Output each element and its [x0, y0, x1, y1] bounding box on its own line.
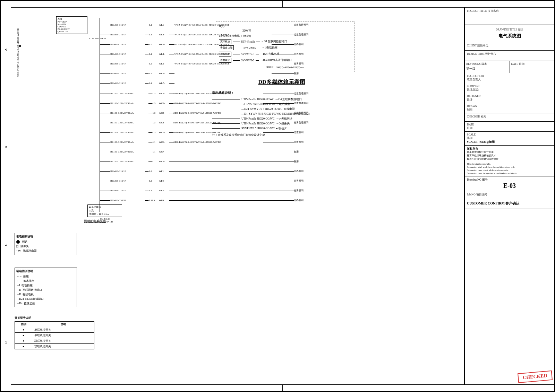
id-wl6: -L3	[148, 72, 159, 75]
acl-params: Pn=43kW Kx=0.85 COS=0.9 Pd=22.01kW Qd=40…	[58, 20, 86, 33]
dd-box: D(E) —220V?? 1定型机连接电缆(：0.657r) 宽带模块 UTP.…	[216, 21, 355, 72]
module-wire-phone: RVS-2X0.5	[244, 46, 256, 50]
job-no-section: Job NO 项目编号	[465, 191, 554, 198]
drawn-section: DRAWN 制图	[465, 103, 554, 113]
id-wl3: -L3	[148, 43, 159, 46]
breaker-wf3: BLM63-C16/1P	[110, 189, 145, 192]
weak-item-7: →D4摄像监控	[16, 302, 75, 305]
revisions-section: REVISIONS 版本 第一版 DATE 日期	[465, 61, 554, 73]
switch-legend: 开关型号说明 图例 说明 ● 单联单控	[15, 316, 94, 349]
project-title-section: PROJECT TITLE 项目名称	[465, 8, 554, 25]
table-row: ● 单联双控开关	[15, 333, 94, 338]
breaker-wc7: BL150-C20A/2P/30mA	[110, 150, 148, 153]
date-col: DATE 日期	[510, 61, 555, 73]
legend-wifi: ~W 无线路由器	[16, 249, 75, 253]
table-header-desc: 说明	[32, 322, 94, 327]
designer-section: DESIGNER 设计	[465, 93, 554, 103]
acl-box: AC1 Pn=43kW Kx=0.85 COS=0.9 Pd=22.01kW Q…	[56, 16, 87, 34]
top-border	[11, 1, 554, 8]
job-no-label: Job NO 项目编号	[467, 193, 552, 197]
main-area: NDC-BV(2T)-0.45/0.75kV-3x2.5-JDG20-WC/CE…	[11, 1, 554, 391]
grounding-label: ■ 系统接地 □ 元 等电位，最长1.5m	[87, 204, 122, 217]
id-wc4: -L3	[152, 121, 159, 124]
weak-legend-title: 弱电图例说明	[16, 269, 75, 273]
desc-wf2: 分界照明	[294, 179, 315, 183]
breaker-wl4: BLM63-C16/1P	[110, 53, 145, 55]
circuit-row-wc6: BL150-C20A/2P/30mA -L1 WC6- WDZ-BV(2T)-0…	[100, 139, 315, 146]
circuit-wc2: WC2-	[159, 102, 169, 105]
switch-symbol-4: ●	[15, 344, 32, 349]
wire-item-5: UTP.4P.cat5e JBG20-CC/WC →w 无线网络	[212, 117, 358, 121]
dd-module-hdmi: 香薰模块 SYWV-75-5 →D24 HDMI高清传输端口	[219, 58, 351, 63]
id-wc3: -L3	[152, 112, 159, 114]
customer-confirm-section: CUSTOMER CONFIRM 客户确认	[465, 198, 554, 209]
circuit-wc3: WC3-	[159, 112, 169, 114]
wire-legend-section: 弱电线路说明： UTP.4P.cat5e JBG20-FC/WC —D4 互联网…	[212, 91, 358, 137]
id-wf2: -L2	[148, 180, 159, 182]
checked-stamp: CHECKED	[518, 371, 553, 383]
breaker-wf2: BLM63-C16/1P	[110, 180, 145, 182]
switch-desc-2: 单联双控开关	[32, 333, 94, 338]
dd-distributor: 1定型机连接电缆(：0.657r)	[219, 34, 351, 38]
wire-item-6: UTP.4P.cat5e JBG20-CC/WC →O 摄像头	[212, 122, 358, 125]
legend-camera: □ 摄像头	[16, 244, 75, 248]
section-title: 照明配电系统图	[84, 219, 106, 224]
module-note-broadband: →D4 互联网数据端口	[261, 40, 287, 43]
desc-wc6: 过道照明	[294, 140, 315, 144]
module-label-broadband: 宽带模块	[219, 39, 231, 44]
switch-desc-3: 双联单控开关	[32, 338, 94, 344]
dd-box-label: D(E)	[219, 25, 351, 28]
circuit-row-wc7: BL150-C20A/2P/30mA -L1 WC7- 备用	[100, 148, 315, 155]
circuit-wf4: WF4	[159, 199, 169, 202]
table-row: ● 双联双控开关	[15, 344, 94, 349]
copyright-line3: 施工单位须现场核校的尺寸	[467, 154, 552, 158]
drawing-no-label: Drawing NO 图号	[467, 178, 488, 181]
breaker-wl5: BLM63-C16/1P	[110, 62, 145, 65]
design-firm-label: DESIGN FIRM 设计单位	[467, 52, 552, 56]
dd-dimensions: 箱本尺：300(H)x400(W)x120(D)mm	[219, 66, 351, 69]
margin-label-c: C	[4, 244, 8, 246]
id-wl5: -L2	[148, 62, 159, 65]
acl-title: AC1	[58, 18, 86, 20]
id-wf1: -L2	[148, 170, 159, 173]
id-wl7: -L1	[148, 82, 159, 85]
checked-stamp-area: CHECKED	[465, 209, 554, 384]
desc-wf1: 分界照明	[294, 169, 315, 173]
copyright-en1: This drawing is copyright.	[467, 162, 552, 165]
breaker-wl3: BLM63-C16/1P	[110, 43, 145, 46]
drawing-no-section: Drawing NO 图号 E-03	[465, 176, 554, 191]
dd-module-broadband: 宽带模块 UTP.4P.cat5e →D4 互联网数据端口	[219, 39, 351, 44]
lighting-legend-title: 弱电图例说明	[16, 235, 75, 238]
legend-speaker: 喇叭	[16, 240, 75, 244]
switch-symbol-2: ●	[15, 333, 32, 338]
wire-item-4: —D4 SYWV-75-5 JBG20-FC/WC HDMI高清传输端口(2)	[212, 112, 358, 116]
circuit-wl4: WL4-	[159, 53, 169, 55]
weak-current-legend: 弱电图例说明 ←→插座 ←→落水插座 →I电话插座 →D互联网数据端口 →D有线…	[15, 268, 77, 307]
circuit-wf1: WF1	[159, 170, 169, 173]
lighting-legend: 弱电图例说明 喇叭 □ 摄像头 ~W 无线路由器	[15, 233, 77, 255]
breaker-wl7: BLM63-C16/1P	[110, 82, 145, 85]
desc-wc7: 备用	[294, 150, 315, 154]
wire-legend-items: UTP.4P.cat5e JBG20-FC/WC —D4 互联网数据端口 →I …	[212, 97, 358, 130]
id-wf3: -L3	[148, 189, 159, 192]
switch-legend-title: 开关型号说明	[15, 316, 94, 320]
circuit-wl6: WL6-	[159, 72, 169, 75]
breaker-wc8: BL150-C20A/2P/30mA	[110, 160, 148, 163]
circuit-row-wf4: BLM63-C50/3P -L1L5 WF4 分界照明	[100, 197, 315, 204]
left-margin: A B C D	[1, 1, 11, 391]
weak-legend-items: ←→插座 ←→落水插座 →I电话插座 →D互联网数据端口 →D有线电视 →D24…	[16, 275, 75, 305]
circuit-wl3: WL3-	[159, 43, 169, 46]
circuit-wc1: WC1-	[159, 92, 169, 95]
revision1-value: 第一版	[466, 67, 508, 71]
wire-item-7: RVVP-2X1.5 JBG20-CC/WC ● 明信片	[212, 127, 358, 130]
weak-item-4: →D互联网数据端口	[16, 288, 75, 292]
breaker-wc4: BL150-C20A/2P/30mA	[110, 121, 148, 124]
copyright-en2: Contractors shall work form figured dime…	[467, 165, 552, 168]
weak-item-5: →D有线电视	[16, 293, 75, 296]
switch-symbol-3: ●	[15, 338, 32, 344]
id-wc2: -L3	[152, 102, 159, 105]
module-wire-hdmi: SYWV-75-5	[241, 59, 254, 62]
date-label: DATE 日期	[511, 62, 553, 66]
id-wc7: -L1	[152, 150, 159, 153]
scale-section: SCALE 比例 SCALE1：60A3@随图	[465, 132, 554, 146]
